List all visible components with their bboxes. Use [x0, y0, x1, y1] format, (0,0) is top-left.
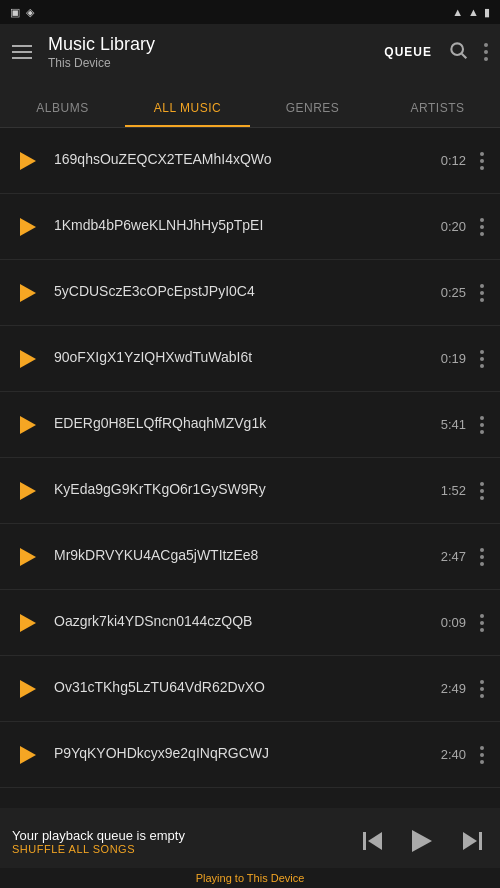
- skip-previous-button[interactable]: [356, 825, 388, 857]
- song-play-button[interactable]: [12, 211, 44, 243]
- song-info: 1Kmdb4bP6weKLNHJhHy5pTpEI: [44, 217, 441, 236]
- song-duration: 2:47: [441, 549, 466, 564]
- song-item: Oazgrk7ki4YDSncn0144czQQB 0:09: [0, 590, 500, 656]
- song-overflow-button[interactable]: [476, 214, 488, 240]
- song-info: EDERg0H8ELQffRQhaqhMZVg1k: [44, 415, 441, 434]
- song-overflow-button[interactable]: [476, 676, 488, 702]
- tab-genres[interactable]: GENRES: [250, 89, 375, 127]
- song-item: 5yCDUSczE3cOPcEpstJPyI0C4 0:25: [0, 260, 500, 326]
- bottom-bar-footer: Playing to This Device: [0, 868, 500, 888]
- app-subtitle: This Device: [48, 56, 368, 70]
- song-play-button[interactable]: [12, 409, 44, 441]
- song-item: 90oFXIgX1YzIQHXwdTuWabI6t 0:19: [0, 326, 500, 392]
- song-list: 169qhsOuZEQCX2TEAMhI4xQWo 0:12 1Kmdb4bP6…: [0, 128, 500, 808]
- song-duration: 2:40: [441, 747, 466, 762]
- song-title: 90oFXIgX1YzIQHXwdTuWabI6t: [54, 349, 431, 365]
- song-item: Mr9kDRVYKU4ACga5jWTItzEe8 2:47: [0, 524, 500, 590]
- song-title: 169qhsOuZEQCX2TEAMhI4xQWo: [54, 151, 431, 167]
- tab-all-music[interactable]: ALL MUSIC: [125, 89, 250, 127]
- battery-icon: ▮: [484, 6, 490, 19]
- song-item: 169qhsOuZEQCX2TEAMhI4xQWo 0:12: [0, 128, 500, 194]
- song-info: P9YqKYOHDkcyx9e2qINqRGCWJ: [44, 745, 441, 764]
- wifi-icon: ▲: [452, 6, 463, 18]
- bottom-bar: Your playback queue is empty SHUFFLE ALL…: [0, 808, 500, 888]
- song-title: Mr9kDRVYKU4ACga5jWTItzEe8: [54, 547, 431, 563]
- song-title: EDERg0H8ELQffRQhaqhMZVg1k: [54, 415, 431, 431]
- song-duration: 2:49: [441, 681, 466, 696]
- song-duration: 0:12: [441, 153, 466, 168]
- app-header: Music Library This Device QUEUE: [0, 24, 500, 80]
- tab-albums[interactable]: ALBUMS: [0, 89, 125, 127]
- song-overflow-button[interactable]: [476, 346, 488, 372]
- song-title: 1Kmdb4bP6weKLNHJhHy5pTpEI: [54, 217, 431, 233]
- tab-artists[interactable]: ARTISTS: [375, 89, 500, 127]
- song-item: Ov31cTKhg5LzTU64VdR62DvXO 2:49: [0, 656, 500, 722]
- playing-device-text: Playing to This Device: [196, 872, 305, 884]
- song-title: Ov31cTKhg5LzTU64VdR62DvXO: [54, 679, 431, 695]
- song-info: 5yCDUSczE3cOPcEpstJPyI0C4: [44, 283, 441, 302]
- song-play-button[interactable]: [12, 739, 44, 771]
- song-item: EDERg0H8ELQffRQhaqhMZVg1k 5:41: [0, 392, 500, 458]
- song-info: 169qhsOuZEQCX2TEAMhI4xQWo: [44, 151, 441, 170]
- menu-button[interactable]: [12, 45, 32, 59]
- song-play-button[interactable]: [12, 607, 44, 639]
- status-bar: ▣ ◈ ▲ ▲ ▮: [0, 0, 500, 24]
- playback-controls: [356, 823, 488, 859]
- playback-info: Your playback queue is empty SHUFFLE ALL…: [12, 828, 356, 855]
- android-icon: ▣: [10, 6, 20, 19]
- song-play-button[interactable]: [12, 673, 44, 705]
- tab-bar: ALBUMS ALL MUSIC GENRES ARTISTS: [0, 80, 500, 128]
- search-button[interactable]: [448, 40, 468, 65]
- shuffle-button[interactable]: SHUFFLE ALL SONGS: [12, 843, 356, 855]
- play-pause-button[interactable]: [404, 823, 440, 859]
- song-duration: 0:09: [441, 615, 466, 630]
- app-title: Music Library: [48, 34, 368, 56]
- song-info: KyEda9gG9KrTKgO6r1GySW9Ry: [44, 481, 441, 500]
- song-overflow-button[interactable]: [476, 148, 488, 174]
- song-info: Ov31cTKhg5LzTU64VdR62DvXO: [44, 679, 441, 698]
- song-info: Oazgrk7ki4YDSncn0144czQQB: [44, 613, 441, 632]
- song-play-button[interactable]: [12, 277, 44, 309]
- song-info: 90oFXIgX1YzIQHXwdTuWabI6t: [44, 349, 441, 368]
- song-duration: 0:25: [441, 285, 466, 300]
- notification-icon: ◈: [26, 6, 34, 19]
- song-overflow-button[interactable]: [476, 280, 488, 306]
- song-overflow-button[interactable]: [476, 478, 488, 504]
- song-duration: 5:41: [441, 417, 466, 432]
- song-item: 1Kmdb4bP6weKLNHJhHy5pTpEI 0:20: [0, 194, 500, 260]
- song-item: P9YqKYOHDkcyx9e2qINqRGCWJ 2:40: [0, 722, 500, 788]
- song-title: KyEda9gG9KrTKgO6r1GySW9Ry: [54, 481, 431, 497]
- song-play-button[interactable]: [12, 541, 44, 573]
- song-title: P9YqKYOHDkcyx9e2qINqRGCWJ: [54, 745, 431, 761]
- song-title: Oazgrk7ki4YDSncn0144czQQB: [54, 613, 431, 629]
- song-info: Mr9kDRVYKU4ACga5jWTItzEe8: [44, 547, 441, 566]
- song-item: Q12-17 Lecture 5:11: [0, 788, 500, 808]
- song-overflow-button[interactable]: [476, 544, 488, 570]
- header-title-group: Music Library This Device: [48, 34, 368, 70]
- song-play-button[interactable]: [12, 343, 44, 375]
- header-actions: QUEUE: [384, 40, 488, 65]
- song-duration: 0:20: [441, 219, 466, 234]
- song-overflow-button[interactable]: [476, 412, 488, 438]
- song-play-button[interactable]: [12, 475, 44, 507]
- song-overflow-button[interactable]: [476, 610, 488, 636]
- bottom-bar-top: Your playback queue is empty SHUFFLE ALL…: [0, 808, 500, 868]
- song-overflow-button[interactable]: [476, 742, 488, 768]
- song-play-button[interactable]: [12, 145, 44, 177]
- song-duration: 0:19: [441, 351, 466, 366]
- song-item: KyEda9gG9KrTKgO6r1GySW9Ry 1:52: [0, 458, 500, 524]
- svg-line-1: [462, 53, 467, 58]
- queue-status-text: Your playback queue is empty: [12, 828, 356, 843]
- queue-button[interactable]: QUEUE: [384, 45, 432, 59]
- status-bar-right: ▲ ▲ ▮: [452, 6, 490, 19]
- song-duration: 1:52: [441, 483, 466, 498]
- skip-next-button[interactable]: [456, 825, 488, 857]
- signal-icon: ▲: [468, 6, 479, 18]
- status-bar-left: ▣ ◈: [10, 6, 34, 19]
- song-title: 5yCDUSczE3cOPcEpstJPyI0C4: [54, 283, 431, 299]
- svg-point-0: [451, 43, 463, 55]
- overflow-menu-button[interactable]: [484, 43, 488, 61]
